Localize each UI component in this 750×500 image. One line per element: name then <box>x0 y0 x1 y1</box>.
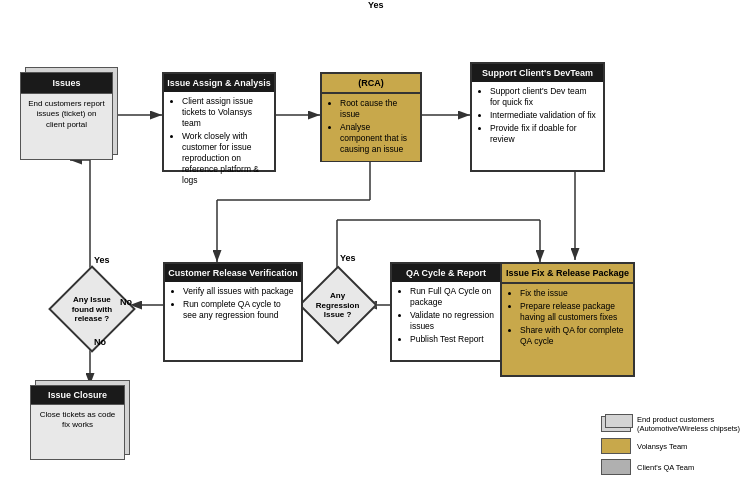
qa-bullet-1: Run Full QA Cycle on package <box>410 286 494 308</box>
legend-color-clientqa <box>601 459 631 475</box>
issue-fix-bullet-1: Fix the issue <box>520 288 627 299</box>
issue-fix-box: Issue Fix & Release Package Fix the issu… <box>500 262 635 377</box>
issue-fix-body: Fix the issue Prepare release package ha… <box>502 284 633 353</box>
customer-release-bullet-2: Run complete QA cycle to see any regress… <box>183 299 295 321</box>
issue-closure-box: Issue Closure Close tickets as code fix … <box>30 385 125 460</box>
rca-bullet-2: Analyse component that is causing an iss… <box>340 122 414 155</box>
qa-cycle-body: Run Full QA Cycle on package Validate no… <box>392 282 500 351</box>
support-devteam-bullet-3: Provide fix if doable for review <box>490 123 597 145</box>
customer-release-bullet-1: Verify all issues with package <box>183 286 295 297</box>
yes-label-found: Yes <box>94 255 110 265</box>
rca-header: (RCA) <box>322 74 420 94</box>
support-devteam-header: Support Client's DevTeam <box>472 64 603 82</box>
rca-box: (RCA) Root cause the issue Analyse compo… <box>320 72 422 162</box>
issue-assign-bullet-2: Work closely with customer for issue rep… <box>182 131 268 186</box>
issue-found-diamond-text: Any Issuefound withrelease ? <box>72 295 112 324</box>
issue-assign-bullet-1: Client assign issue tickets to Volansys … <box>182 96 268 129</box>
legend-label-clientqa: Client's QA Team <box>637 463 694 472</box>
regression-diamond: AnyRegressionIssue ? <box>305 270 371 340</box>
issue-found-diamond: Any Issuefound withrelease ? <box>53 270 131 348</box>
legend-label-volansys: Volansys Team <box>637 442 687 451</box>
legend-color-customers <box>601 416 631 432</box>
qa-cycle-header: QA Cycle & Report <box>392 264 500 282</box>
customer-release-body: Verify all issues with package Run compl… <box>165 282 301 327</box>
rca-body: Root cause the issue Analyse component t… <box>322 94 420 161</box>
issue-assign-box: Issue Assign & Analysis Client assign is… <box>162 72 276 172</box>
issue-assign-header: Issue Assign & Analysis <box>164 74 274 92</box>
issue-assign-body: Client assign issue tickets to Volansys … <box>164 92 274 192</box>
qa-cycle-box: QA Cycle & Report Run Full QA Cycle on p… <box>390 262 502 362</box>
legend-item-clientqa: Client's QA Team <box>601 459 740 475</box>
regression-diamond-text: AnyRegressionIssue ? <box>316 291 360 320</box>
support-devteam-box: Support Client's DevTeam Support client'… <box>470 62 605 172</box>
legend: End product customers(Automotive/Wireles… <box>601 415 740 480</box>
yes-label-rca: Yes <box>368 0 384 10</box>
qa-bullet-2: Validate no regression issues <box>410 310 494 332</box>
no-label-found: No <box>94 337 106 347</box>
legend-color-volansys <box>601 438 631 454</box>
yes-label-regression: Yes <box>340 253 356 263</box>
qa-bullet-3: Publish Test Report <box>410 334 494 345</box>
issues-header: Issues <box>21 73 112 94</box>
closure-header: Issue Closure <box>31 386 124 405</box>
customer-release-box: Customer Release Verification Verify all… <box>163 262 303 362</box>
support-devteam-bullet-2: Intermediate validation of fix <box>490 110 597 121</box>
issues-body: End customers report issues (ticket) on … <box>21 94 112 135</box>
legend-item-volansys: Volansys Team <box>601 438 740 454</box>
legend-item-customers: End product customers(Automotive/Wireles… <box>601 415 740 433</box>
diagram: Issues End customers report issues (tick… <box>0 0 750 500</box>
issue-fix-bullet-2: Prepare release package having all custo… <box>520 301 627 323</box>
no-label-customer: No <box>120 297 132 307</box>
issue-fix-header: Issue Fix & Release Package <box>502 264 633 284</box>
support-devteam-body: Support client's Dev team for quick fix … <box>472 82 603 151</box>
legend-label-customers: End product customers(Automotive/Wireles… <box>637 415 740 433</box>
closure-body: Close tickets as code fix works <box>31 405 124 436</box>
customer-release-header: Customer Release Verification <box>165 264 301 282</box>
support-devteam-bullet-1: Support client's Dev team for quick fix <box>490 86 597 108</box>
issues-box: Issues End customers report issues (tick… <box>20 72 113 160</box>
issue-fix-bullet-3: Share with QA for complete QA cycle <box>520 325 627 347</box>
rca-bullet-1: Root cause the issue <box>340 98 414 120</box>
